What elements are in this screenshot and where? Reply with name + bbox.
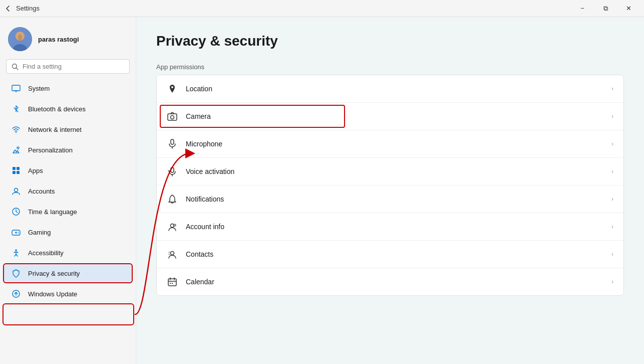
settings-item-contacts-label: Contacts xyxy=(186,250,213,258)
sidebar-item-accounts-label: Accounts xyxy=(28,188,55,195)
page-title: Privacy & security xyxy=(156,33,624,49)
search-box[interactable] xyxy=(6,59,130,74)
sidebar-item-accounts[interactable]: Accounts xyxy=(3,181,133,201)
network-icon xyxy=(11,124,21,134)
svg-rect-33 xyxy=(168,279,176,286)
sidebar-item-personalization-label: Personalization xyxy=(28,146,73,154)
settings-item-microphone[interactable]: Microphone › xyxy=(157,130,623,158)
svg-rect-14 xyxy=(17,171,20,174)
minimize-button[interactable]: − xyxy=(571,0,594,17)
svg-rect-26 xyxy=(171,139,174,144)
notifications-icon xyxy=(167,194,178,205)
settings-item-camera-left: Camera xyxy=(167,111,211,122)
settings-item-voice-label: Voice activation xyxy=(186,167,234,175)
svg-rect-11 xyxy=(13,167,16,170)
settings-item-camera[interactable]: Camera › xyxy=(157,103,623,130)
svg-point-25 xyxy=(171,116,174,119)
svg-rect-38 xyxy=(172,283,173,284)
svg-point-30 xyxy=(171,224,174,228)
settings-item-camera-label: Camera xyxy=(186,112,211,120)
microphone-chevron: › xyxy=(611,140,613,147)
sidebar-item-privacy-label: Privacy & security xyxy=(28,270,80,277)
sidebar-item-time-label: Time & language xyxy=(28,208,77,216)
sidebar-item-windows-update-label: Windows Update xyxy=(28,290,77,298)
maximize-button[interactable]: ⧉ xyxy=(594,0,617,17)
settings-item-account-info-label: Account info xyxy=(186,223,224,231)
back-icon[interactable] xyxy=(4,5,12,13)
sidebar-item-system[interactable]: System xyxy=(3,78,133,98)
sidebar-item-apps[interactable]: Apps xyxy=(3,160,133,180)
sidebar-item-bluetooth[interactable]: Bluetooth & devices xyxy=(3,99,133,119)
settings-item-notifications-left: Notifications xyxy=(167,194,224,205)
contacts-chevron: ‹ xyxy=(611,251,613,258)
settings-item-voice-left: Voice activation xyxy=(167,166,234,177)
svg-point-15 xyxy=(15,189,18,192)
sidebar-item-accessibility-label: Accessibility xyxy=(28,249,64,257)
accessibility-icon xyxy=(11,248,21,258)
title-bar-left: Settings xyxy=(4,5,40,13)
settings-item-location[interactable]: Location › xyxy=(157,75,623,103)
settings-item-contacts-left: Contacts xyxy=(167,249,213,260)
settings-list: Location › Camera › xyxy=(156,75,624,296)
location-chevron: › xyxy=(611,85,613,92)
sidebar-item-accessibility[interactable]: Accessibility xyxy=(3,243,133,263)
close-button[interactable]: ✕ xyxy=(617,0,640,17)
sidebar-item-apps-label: Apps xyxy=(28,167,43,174)
settings-item-account-info-left: Account info xyxy=(167,221,224,232)
time-icon xyxy=(11,207,21,217)
calendar-icon xyxy=(167,276,178,287)
sidebar-item-network-label: Network & internet xyxy=(28,126,82,133)
svg-rect-6 xyxy=(12,85,20,91)
settings-item-calendar-label: Calendar xyxy=(186,278,214,286)
main-content: Privacy & security App permissions Locat… xyxy=(136,17,644,364)
sidebar-item-windows-update[interactable]: Windows Update xyxy=(3,284,133,304)
nav-menu: System Bluetooth & devices Network & int… xyxy=(0,78,136,304)
account-info-chevron: › xyxy=(611,223,613,230)
app-body: paras rastogi System xyxy=(0,17,644,364)
privacy-icon xyxy=(11,268,21,278)
svg-point-32 xyxy=(171,252,174,255)
svg-line-5 xyxy=(17,68,19,70)
sidebar-item-gaming[interactable]: Gaming xyxy=(3,222,133,242)
settings-item-contacts[interactable]: Contacts ‹ xyxy=(157,241,623,268)
gaming-icon xyxy=(11,227,21,237)
settings-item-notifications[interactable]: Notifications › xyxy=(157,186,623,213)
svg-point-9 xyxy=(16,132,17,133)
search-input[interactable] xyxy=(23,63,124,70)
settings-item-microphone-label: Microphone xyxy=(186,140,222,148)
settings-item-calendar[interactable]: Calendar › xyxy=(157,268,623,295)
settings-item-account-info[interactable]: Account info › xyxy=(157,213,623,241)
location-icon xyxy=(167,83,178,94)
settings-item-microphone-left: Microphone xyxy=(167,138,222,149)
title-bar: Settings − ⧉ ✕ xyxy=(0,0,644,17)
user-profile[interactable]: paras rastogi xyxy=(0,17,136,59)
camera-chevron: › xyxy=(611,113,613,120)
calendar-chevron: › xyxy=(611,278,613,285)
svg-point-21 xyxy=(18,233,19,234)
avatar xyxy=(8,27,32,51)
svg-rect-37 xyxy=(170,283,171,284)
sidebar-item-network[interactable]: Network & internet xyxy=(3,119,133,139)
sidebar-item-personalization[interactable]: Personalization xyxy=(3,140,133,160)
personalization-icon xyxy=(11,145,21,155)
settings-item-voice[interactable]: Voice activation › xyxy=(157,158,623,186)
settings-item-location-left: Location xyxy=(167,83,212,94)
svg-point-10 xyxy=(17,147,19,149)
apps-icon xyxy=(11,165,21,175)
sidebar-item-system-label: System xyxy=(28,85,50,92)
camera-icon xyxy=(167,111,178,122)
sidebar-item-privacy[interactable]: Privacy & security xyxy=(3,263,133,283)
sidebar-item-bluetooth-label: Bluetooth & devices xyxy=(28,105,86,113)
svg-rect-28 xyxy=(171,167,174,172)
windows-update-icon xyxy=(11,289,21,299)
settings-item-location-label: Location xyxy=(186,85,212,93)
svg-point-20 xyxy=(18,232,19,233)
sidebar: paras rastogi System xyxy=(0,17,136,364)
svg-rect-13 xyxy=(13,171,16,174)
title-bar-controls: − ⧉ ✕ xyxy=(571,0,640,17)
contacts-icon xyxy=(167,249,178,260)
sidebar-item-time[interactable]: Time & language xyxy=(3,202,133,222)
voice-chevron: › xyxy=(611,168,613,175)
window-title: Settings xyxy=(16,5,40,12)
bluetooth-icon xyxy=(11,104,21,114)
